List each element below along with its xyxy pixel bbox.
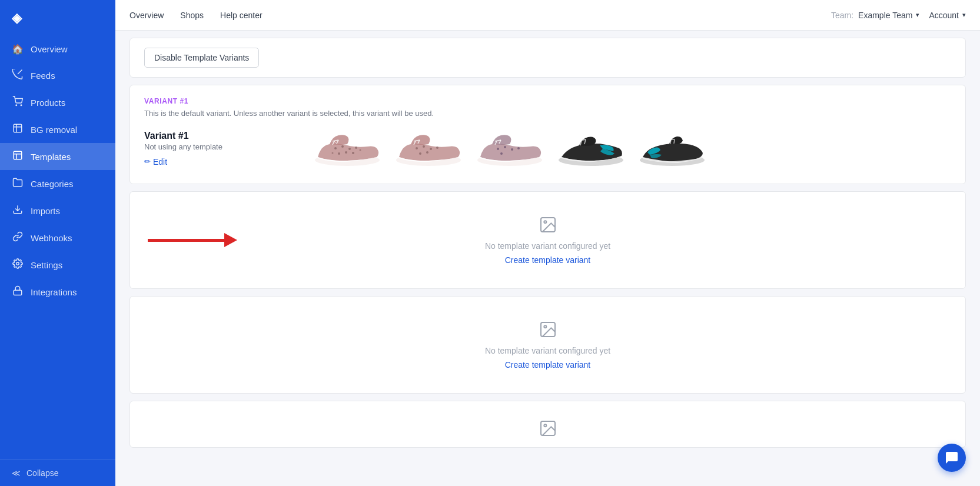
home-icon: 🏠 [12, 44, 24, 55]
arrow-line [148, 239, 224, 242]
nav-links: Overview Shops Help center [129, 8, 831, 22]
empty-image-icon-2 [539, 215, 557, 237]
variant1-template-status: Not using any template [144, 142, 309, 151]
create-template-variant-link-3[interactable]: Create template variant [505, 360, 591, 370]
svg-point-11 [355, 147, 357, 149]
empty-section-4 [129, 401, 966, 448]
team-chevron-icon: ▾ [916, 11, 919, 19]
account-button[interactable]: Account ▾ [929, 11, 966, 20]
svg-point-0 [16, 105, 17, 106]
sidebar-item-imports[interactable]: Imports [0, 197, 115, 224]
create-template-variant-link-2[interactable]: Create template variant [505, 255, 591, 265]
account-chevron-icon: ▾ [962, 11, 966, 19]
shoe-image-2 [390, 125, 467, 172]
variant1-name: Variant #1 [144, 131, 309, 141]
nav-right: Team: Example Team ▾ Account ▾ [831, 11, 966, 20]
svg-point-23 [423, 145, 425, 148]
sidebar-item-templates[interactable]: Templates [0, 143, 115, 170]
disable-template-variants-button[interactable]: Disable Template Variants [144, 48, 259, 68]
account-label: Account [929, 11, 959, 20]
sidebar-item-integrations[interactable]: Integrations [0, 278, 115, 305]
svg-point-14 [352, 152, 354, 154]
svg-line-46 [674, 139, 675, 144]
svg-point-1 [21, 105, 22, 106]
empty-section-3-wrapper: No template variant configured yet Creat… [115, 289, 980, 394]
collapse-label: Collapse [26, 468, 58, 478]
sidebar-item-webhooks[interactable]: Webhooks [0, 224, 115, 251]
sidebar-label-templates: Templates [31, 152, 71, 162]
sidebar-item-products[interactable]: Products [0, 89, 115, 116]
sidebar-label-integrations: Integrations [31, 287, 77, 297]
svg-point-9 [341, 145, 344, 148]
svg-point-51 [544, 325, 546, 328]
team-selector[interactable]: Team: Example Team ▾ [831, 11, 919, 20]
integrations-icon [12, 285, 24, 298]
svg-point-35 [517, 147, 520, 149]
svg-point-24 [430, 148, 432, 150]
feeds-icon [12, 69, 24, 82]
variant1-edit-link[interactable]: ✏ Edit [144, 157, 309, 167]
sidebar-label-settings: Settings [31, 260, 62, 270]
svg-point-8 [334, 147, 337, 149]
shoe-image-5 [634, 125, 710, 172]
svg-point-36 [500, 152, 503, 155]
sidebar-label-categories: Categories [31, 179, 74, 189]
svg-point-12 [338, 152, 340, 155]
pencil-icon: ✏ [144, 157, 151, 166]
sidebar-item-overview[interactable]: 🏠 Overview [0, 36, 115, 62]
variant1-images [309, 125, 710, 172]
sidebar-item-feeds[interactable]: Feeds [0, 62, 115, 89]
svg-point-22 [416, 147, 418, 149]
svg-rect-3 [14, 151, 22, 159]
empty-section-3: No template variant configured yet Creat… [129, 296, 966, 394]
chat-bubble-button[interactable] [938, 444, 966, 472]
svg-point-25 [436, 147, 438, 149]
team-name: Example Team [858, 11, 912, 20]
svg-rect-2 [14, 124, 22, 132]
empty-section-2: No template variant configured yet Creat… [129, 191, 966, 289]
sidebar-label-feeds: Feeds [31, 71, 55, 81]
shoe-svg-5 [637, 128, 707, 169]
nav-link-help[interactable]: Help center [220, 8, 263, 22]
app-logo: ◈ [0, 0, 115, 32]
svg-point-26 [419, 152, 421, 155]
shoe-image-1 [309, 125, 386, 172]
edit-label: Edit [153, 157, 167, 167]
collapse-button[interactable]: ≪ Collapse [0, 460, 115, 486]
svg-point-32 [497, 148, 499, 150]
svg-point-5 [16, 262, 19, 265]
empty-image-icon-3 [539, 320, 557, 341]
arrowhead-icon [224, 233, 237, 247]
svg-point-10 [348, 148, 351, 150]
sidebar-label-imports: Imports [31, 206, 60, 216]
sidebar-item-categories[interactable]: Categories [0, 170, 115, 197]
team-prefix: Team: [831, 11, 853, 20]
variant1-description: This is the default variant. Unless anot… [144, 109, 951, 118]
webhooks-icon [12, 231, 24, 244]
variant1-content: Variant #1 Not using any template ✏ Edit [144, 125, 951, 172]
bg-removal-icon [12, 123, 24, 136]
empty-text-2: No template variant configured yet [485, 241, 610, 251]
shoe-image-3 [471, 125, 548, 172]
variant1-section: VARIANT #1 This is the default variant. … [129, 85, 966, 184]
main-area: Overview Shops Help center Team: Example… [115, 0, 980, 486]
sidebar-item-settings[interactable]: Settings [0, 251, 115, 278]
svg-point-33 [504, 146, 506, 148]
products-icon [12, 96, 24, 109]
chat-icon [945, 451, 959, 465]
sidebar-item-bg-removal[interactable]: BG removal [0, 116, 115, 143]
empty-text-3: No template variant configured yet [485, 346, 610, 355]
svg-point-16 [360, 149, 361, 151]
empty-section-2-wrapper: No template variant configured yet Creat… [115, 184, 980, 289]
empty-section-4-wrapper [115, 394, 980, 455]
sidebar: ◈ 🏠 Overview Feeds Products BG removal [0, 0, 115, 486]
templates-icon [12, 150, 24, 163]
collapse-icon: ≪ [12, 468, 21, 478]
nav-link-shops[interactable]: Shops [180, 8, 204, 22]
variant1-info: Variant #1 Not using any template ✏ Edit [144, 131, 309, 167]
svg-line-45 [670, 139, 671, 144]
sidebar-label-bg-removal: BG removal [31, 125, 77, 135]
svg-point-27 [426, 151, 428, 154]
nav-link-overview[interactable]: Overview [129, 8, 164, 22]
settings-icon [12, 258, 24, 271]
